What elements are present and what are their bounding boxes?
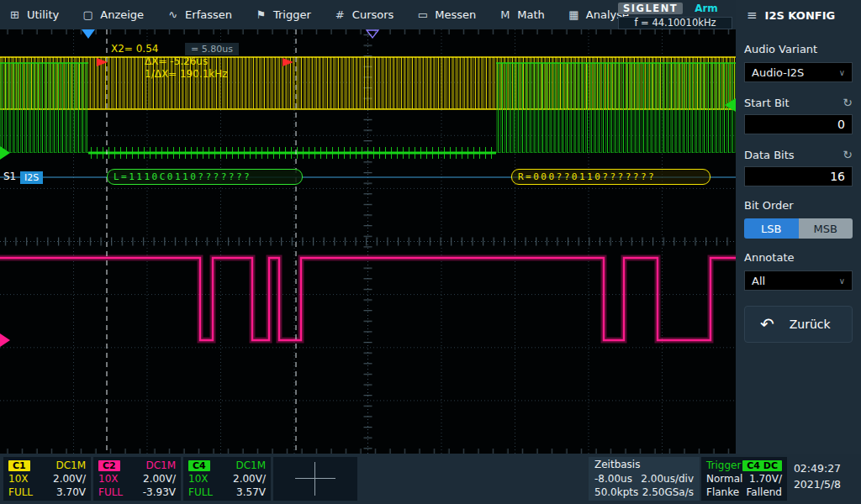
c4-coupling: DC1M (235, 459, 266, 471)
start-bit-input[interactable] (744, 114, 853, 134)
menu-cursors-label: Cursors (352, 8, 394, 21)
cursor-inverse-delta-x-readout: 1/ΔX= 190.1kHz (145, 68, 228, 80)
trigger-frequency-readout: f = 44.10010kHz (618, 17, 732, 29)
decode-right-word: R=000??0110??????? (511, 169, 710, 185)
trigger-mode: Normal (706, 473, 742, 485)
main-menu: ⊞ Utility ▢ Anzeige ∿ Erfassen ⚑ Trigger… (8, 8, 629, 21)
bit-order-lsb-button[interactable]: LSB (744, 218, 799, 239)
timebase-scale: 2.00us/div (641, 473, 694, 485)
cursor-delta-x-readout: ΔX= -5.26us (145, 55, 208, 67)
menu-math-label: Math (517, 8, 545, 21)
panel-header: ≡ I2S KONFIG (736, 0, 861, 30)
c2-offset: -3.93V (143, 486, 176, 498)
waveform-canvas (0, 29, 736, 454)
waveform-display[interactable]: = 5.80us X2= 0.54 ΔX= -5.26us 1/ΔX= 190.… (0, 29, 736, 454)
annotate-value: All (752, 275, 765, 287)
menu-utility[interactable]: ⊞ Utility (8, 8, 59, 21)
c2-bandwidth: FULL (98, 486, 123, 498)
clock: 02:49:27 2021/5/8 (791, 460, 843, 492)
display-icon: ▢ (82, 8, 94, 21)
c1-bandwidth: FULL (8, 486, 33, 498)
trigger-title: Trigger (706, 459, 741, 471)
menu-messen[interactable]: ▭ Messen (416, 8, 476, 21)
timebase-title: Zeitbasis (594, 459, 694, 472)
menu-erfassen[interactable]: ∿ Erfassen (166, 8, 232, 21)
c4-badge: C4 (188, 460, 210, 471)
data-bits-input[interactable] (744, 166, 853, 186)
trigger-slope-value: Fallend (747, 486, 782, 498)
cursor-x2-readout: X2= 0.54 (111, 43, 158, 55)
menu-trigger-label: Trigger (273, 8, 311, 21)
c2-probe: 10X (98, 473, 119, 485)
c4-scale: 2.00V/ (233, 473, 266, 485)
back-button[interactable]: ↶ Zurück (744, 306, 853, 343)
acquire-icon: ∿ (166, 8, 179, 21)
bit-order-toggle: LSB MSB (744, 218, 853, 239)
back-button-label: Zurück (790, 318, 831, 331)
math-icon: M (499, 8, 511, 21)
audio-variant-label: Audio Variant (744, 43, 853, 55)
top-menu-bar: ⊞ Utility ▢ Anzeige ∿ Erfassen ⚑ Trigger… (0, 0, 736, 29)
c1-offset: 3.70V (56, 486, 86, 498)
channel-c1-box[interactable]: C1DC1M 10X2.00V/ FULL3.70V (3, 457, 91, 501)
menu-anzeige-label: Anzeige (100, 8, 144, 21)
menu-math[interactable]: M Math (499, 8, 545, 21)
menu-messen-label: Messen (435, 8, 476, 21)
data-bits-label: Data Bits (744, 149, 795, 161)
timebase-samplerate: 2.50GSa/s (642, 486, 694, 498)
trigger-box[interactable]: TriggerC4 DC Normal1.70V/ FlankeFallend (701, 457, 787, 501)
i2s-config-panel: ≡ I2S KONFIG Audio Variant Audio-I2S ∨ S… (736, 0, 861, 454)
panel-title: I2S KONFIG (765, 9, 836, 22)
clock-time: 02:49:27 (791, 460, 843, 476)
cursor-readout-overlapped: = 5.80us (185, 43, 239, 55)
status-bar: C1DC1M 10X2.00V/ FULL3.70V C2DC1M 10X2.0… (0, 454, 861, 504)
menu-erfassen-label: Erfassen (185, 8, 232, 21)
cursors-icon: # (334, 8, 346, 21)
trigger-flag-icon: ⚑ (255, 8, 267, 21)
timebase-delay: -8.00us (594, 473, 632, 485)
timebase-memory: 50.0kpts (594, 486, 638, 498)
c1-coupling: DC1M (55, 459, 86, 471)
menu-trigger[interactable]: ⚑ Trigger (255, 8, 311, 21)
crosshair-pad[interactable] (273, 457, 357, 501)
bit-order-msb-button[interactable]: MSB (799, 218, 853, 239)
trigger-slope-label: Flanke (706, 486, 739, 498)
reset-icon[interactable]: ↻ (843, 148, 853, 161)
acquisition-status: Arm (695, 3, 718, 14)
c4-offset: 3.57V (236, 486, 266, 498)
audio-variant-select[interactable]: Audio-I2S ∨ (744, 62, 853, 82)
decode-bus-type-badge[interactable]: I2S (20, 171, 43, 184)
channel-c4-box[interactable]: C4DC1M 10X2.00V/ FULL3.57V (183, 457, 271, 501)
decode-channel-label: S1 (3, 171, 16, 182)
reset-icon[interactable]: ↻ (843, 96, 853, 109)
annotate-select[interactable]: All ∨ (744, 270, 853, 291)
measure-icon: ▭ (416, 8, 429, 21)
c1-badge: C1 (8, 460, 30, 471)
menu-utility-label: Utility (27, 8, 59, 21)
c2-ground-marker-icon[interactable] (0, 333, 10, 347)
menu-anzeige[interactable]: ▢ Anzeige (82, 8, 144, 21)
trigger-source-badge: C4 DC (742, 460, 782, 471)
siglent-logo: SIGLENT (618, 3, 683, 14)
status-block: SIGLENT Arm f = 44.10010kHz (618, 2, 732, 29)
c2-badge: C2 (98, 460, 120, 471)
utility-icon: ⊞ (8, 8, 21, 21)
c1-scale: 2.00V/ (53, 473, 86, 485)
trigger-level: 1.70V/ (749, 473, 782, 485)
chevron-down-icon: ∨ (839, 68, 845, 77)
bit-order-label: Bit Order (744, 199, 853, 212)
back-arrow-icon: ↶ (760, 316, 774, 333)
chevron-down-icon: ∨ (839, 276, 845, 286)
menu-cursors[interactable]: # Cursors (334, 8, 394, 21)
c2-coupling: DC1M (145, 459, 176, 471)
clock-date: 2021/5/8 (791, 476, 843, 492)
decode-left-word: L=1110C0110??????? (107, 169, 303, 185)
list-icon: ≡ (747, 8, 758, 23)
audio-variant-value: Audio-I2S (752, 66, 804, 79)
analyse-icon: ▦ (568, 8, 580, 21)
timebase-box[interactable]: Zeitbasis -8.00us2.00us/div 50.0kpts2.50… (589, 457, 700, 501)
annotate-label: Annotate (744, 251, 853, 264)
c1-probe: 10X (8, 473, 29, 485)
channel-c2-box[interactable]: C2DC1M 10X2.00V/ FULL-3.93V (93, 457, 181, 501)
c4-probe: 10X (188, 473, 209, 485)
